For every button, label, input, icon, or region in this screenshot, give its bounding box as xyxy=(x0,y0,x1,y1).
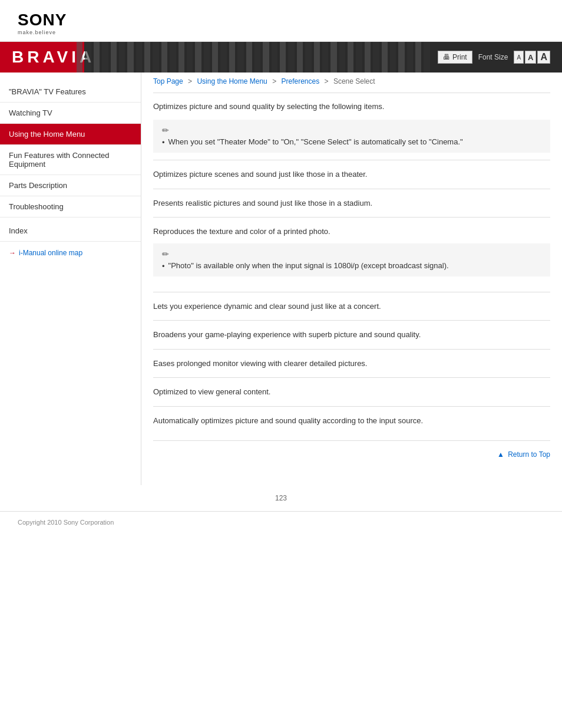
sidebar-item-watching-tv[interactable]: Watching TV xyxy=(0,103,141,124)
breadcrumb-home-menu[interactable]: Using the Home Menu xyxy=(197,77,267,85)
sidebar: "BRAVIA" TV Features Watching TV Using t… xyxy=(0,73,141,485)
print-label: Print xyxy=(452,53,467,61)
triangle-up-icon: ▲ xyxy=(497,450,504,459)
note-bullet-1: • When you set "Theater Mode" to "On," "… xyxy=(162,137,541,147)
intro-text: Optimizes picture and sound quality by s… xyxy=(153,102,550,111)
font-size-buttons: A A A xyxy=(514,51,550,64)
breadcrumb-preferences[interactable]: Preferences xyxy=(281,77,319,85)
print-icon: 🖶 xyxy=(443,53,450,61)
note-icon-1: ✏ xyxy=(162,126,541,135)
sidebar-item-home-menu[interactable]: Using the Home Menu xyxy=(0,124,141,145)
sidebar-item-index[interactable]: Index xyxy=(0,220,141,242)
page-number: 123 xyxy=(0,485,562,511)
sidebar-item-parts-desc[interactable]: Parts Description xyxy=(0,175,141,196)
banner-stripes xyxy=(77,42,432,73)
section-pc: Eases prolonged monitor viewing with cle… xyxy=(153,349,550,378)
section-photo: Reproduces the texture and color of a pr… xyxy=(153,217,550,292)
sidebar-item-fun-features[interactable]: Fun Features with Connected Equipment xyxy=(0,145,141,175)
content-area: Top Page > Using the Home Menu > Prefere… xyxy=(141,73,562,485)
sidebar-item-bravia-features[interactable]: "BRAVIA" TV Features xyxy=(0,81,141,103)
copyright-text: Copyright 2010 Sony Corporation xyxy=(18,519,114,526)
note-icon-2: ✏ xyxy=(162,249,541,259)
font-large-button[interactable]: A xyxy=(537,51,550,64)
font-small-button[interactable]: A xyxy=(514,51,524,64)
page-header: SONY make.believe xyxy=(0,0,562,42)
breadcrumb: Top Page > Using the Home Menu > Prefere… xyxy=(153,73,550,93)
section-auto: Automatically optimizes picture and soun… xyxy=(153,406,550,435)
font-medium-button[interactable]: A xyxy=(525,51,536,64)
section-cinema: Optimizes picture scenes and sound just … xyxy=(153,160,550,189)
main-layout: "BRAVIA" TV Features Watching TV Using t… xyxy=(0,73,562,485)
breadcrumb-top[interactable]: Top Page xyxy=(153,77,183,85)
arrow-icon: → xyxy=(9,249,16,257)
bravia-banner: BRAVIA 🖶 Print Font Size A A A xyxy=(0,42,562,73)
section-music: Lets you experience dynamic and clear so… xyxy=(153,292,550,321)
section-general: Optimized to view general content. xyxy=(153,377,550,406)
return-to-top: ▲ Return to Top xyxy=(153,440,550,462)
return-top-link[interactable]: ▲ Return to Top xyxy=(497,450,550,459)
sony-brand-text: SONY xyxy=(18,11,67,29)
footer: Copyright 2010 Sony Corporation xyxy=(0,511,562,533)
sony-tagline: make.believe xyxy=(18,29,56,35)
note-box-1: ✏ • When you set "Theater Mode" to "On,"… xyxy=(153,120,550,153)
breadcrumb-current: Scene Select xyxy=(333,77,375,85)
sidebar-item-troubleshooting[interactable]: Troubleshooting xyxy=(0,196,141,218)
note-box-2: ✏ • "Photo" is available only when the i… xyxy=(153,243,550,276)
section-stadium: Presents realistic pictures and sound ju… xyxy=(153,189,550,218)
section-game: Broadens your game-playing experience wi… xyxy=(153,320,550,349)
font-size-label: Font Size xyxy=(478,53,508,61)
print-button[interactable]: 🖶 Print xyxy=(438,51,472,64)
sony-logo: SONY make.believe xyxy=(18,11,544,35)
banner-controls: 🖶 Print Font Size A A A xyxy=(438,51,550,64)
note-bullet-2: • "Photo" is available only when the inp… xyxy=(162,261,541,271)
online-map-link[interactable]: → i-Manual online map xyxy=(0,242,141,264)
